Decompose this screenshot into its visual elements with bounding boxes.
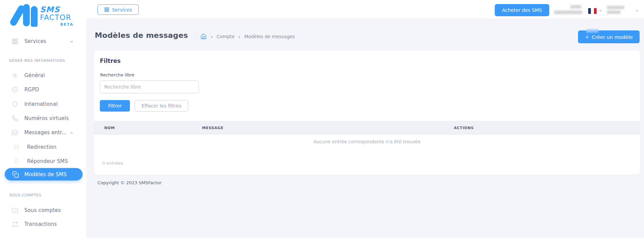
sidebar-item-rgpd[interactable]: RGPD — [0, 84, 86, 96]
sidebar-section-sous-comptes: SOUS-COMPTES — [9, 193, 41, 197]
smsfactor-logo-icon — [9, 4, 39, 27]
sidebar-section-gerer-mes-informations: GÉRER MES INFORMATIONS — [9, 58, 65, 63]
breadcrumb: Compte Modèles de messages — [200, 33, 295, 40]
filter-button[interactable]: Filtrer — [100, 100, 130, 112]
redacted-user-subtitle — [607, 10, 621, 14]
column-header-actions: ACTIONS — [454, 121, 474, 135]
breadcrumb-divider — [195, 32, 196, 41]
table-empty-message: Aucune entrée correspondante n'a été tro… — [94, 139, 640, 144]
app-window: SMS FACTOR BETA Services GÉRER MES INFOR… — [0, 0, 644, 238]
redacted-credits-line1 — [570, 5, 581, 8]
create-template-button-label: Créer un modèle — [592, 34, 633, 40]
buy-sms-button[interactable]: Acheter des SMS — [495, 4, 549, 16]
sidebar-item-label: Répondeur SMS — [27, 158, 68, 164]
chevron-down-icon — [69, 39, 74, 44]
grid-icon — [104, 7, 109, 12]
envelope-icon — [14, 145, 19, 150]
redacted-user-name — [607, 6, 624, 9]
sidebar-item-label: Services — [24, 38, 46, 44]
sidebar-item-messages-entrants[interactable]: Messages entr... — [0, 126, 86, 139]
sidebar-item-label: International — [24, 101, 58, 107]
search-input[interactable] — [100, 80, 199, 93]
copyright-text: Copyright © 2023 SMSFactor — [97, 180, 162, 185]
user-menu[interactable] — [607, 5, 641, 15]
sidebar-item-label: Transactions — [24, 221, 57, 227]
filters-heading: Filtres — [100, 57, 120, 64]
sidebar-item-transactions[interactable]: Transactions — [0, 218, 86, 230]
column-header-message: MESSAGE — [202, 121, 223, 135]
mobile-icon — [14, 159, 19, 164]
phone-icon — [11, 115, 19, 122]
logo-factor-text: FACTOR — [40, 14, 77, 22]
sidebar-item-redirection[interactable]: Redirection — [0, 141, 86, 153]
sidebar-item-numeros-virtuels[interactable]: Numéros virtuels — [0, 112, 86, 124]
chevron-up-icon — [69, 130, 74, 135]
sidebar-item-services[interactable]: Services — [0, 35, 86, 47]
clock-icon — [11, 86, 19, 93]
sidebar-item-repondeur-sms[interactable]: Répondeur SMS — [0, 155, 86, 167]
chevron-down-icon — [599, 8, 603, 14]
plus-icon: + — [585, 34, 589, 40]
sidebar-item-international[interactable]: International — [0, 98, 86, 110]
sidebar: SMS FACTOR BETA Services GÉRER MES INFOR… — [0, 0, 86, 238]
filters-and-table-card: Filtres Recherche libre Filtrer Effacer … — [94, 50, 640, 175]
smsfactor-logo-text: SMS FACTOR BETA — [40, 5, 77, 27]
sidebar-item-label: Redirection — [27, 144, 57, 150]
language-selector[interactable] — [588, 8, 604, 14]
gear-icon — [11, 72, 19, 79]
repeat-icon — [11, 220, 19, 228]
home-icon[interactable] — [200, 33, 207, 40]
sidebar-item-general[interactable]: Général — [0, 69, 86, 81]
search-label: Recherche libre — [100, 72, 134, 77]
redacted-overlay — [586, 29, 598, 32]
logo-beta-badge: BETA — [40, 22, 73, 27]
column-header-nom: NOM — [104, 121, 115, 135]
breadcrumb-item-compte[interactable]: Compte — [217, 34, 235, 39]
sidebar-item-label: Sous comptes — [24, 207, 61, 213]
smsfactor-logo — [9, 4, 39, 28]
copy-icon — [12, 171, 19, 178]
grid-icon — [11, 38, 19, 45]
main-content: Modèles de messages Compte Modèles de me… — [86, 19, 644, 238]
breadcrumb-item-current: Modèles de messages — [244, 34, 295, 39]
services-button[interactable]: Services — [97, 4, 139, 15]
sidebar-item-label: Messages entr... — [24, 129, 67, 136]
services-button-label: Services — [112, 7, 132, 13]
redacted-credits-line2 — [554, 10, 582, 14]
sidebar-item-label: Général — [24, 72, 45, 78]
sidebar-item-label: Modèles de SMS — [24, 171, 67, 177]
entries-count: 0 entrées — [102, 161, 123, 166]
chevron-right-icon — [238, 34, 241, 38]
chevron-down-icon — [635, 8, 639, 14]
inbox-icon — [11, 129, 19, 136]
sidebar-item-sous-comptes[interactable]: Sous comptes — [0, 204, 86, 216]
table-header-row: NOM MESSAGE ACTIONS — [94, 121, 640, 135]
sidebar-item-label: Numéros virtuels — [24, 115, 69, 121]
page-title: Modèles de messages — [95, 31, 188, 40]
topbar: Services Acheter des SMS — [86, 0, 644, 19]
shield-icon — [11, 100, 19, 108]
create-template-button[interactable]: +Créer un modèle — [578, 30, 640, 43]
clear-filters-button[interactable]: Effacer les filtres — [135, 100, 188, 112]
folder-icon — [11, 207, 19, 214]
sidebar-item-modeles-de-sms[interactable]: Modèles de SMS — [5, 168, 83, 181]
logo-sms-text: SMS — [40, 5, 77, 14]
sidebar-item-label: RGPD — [24, 87, 39, 93]
chevron-right-icon — [210, 34, 214, 38]
france-flag-icon — [588, 8, 597, 14]
